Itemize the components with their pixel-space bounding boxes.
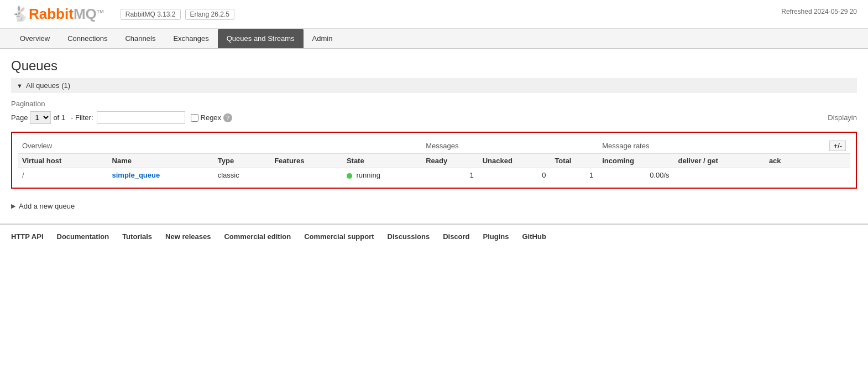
erlang-version-badge: Erlang 26.2.5	[185, 9, 234, 20]
cell-type: classic	[213, 168, 270, 183]
of-label: of 1	[53, 113, 65, 122]
col-deliver-get: deliver / get	[674, 154, 765, 168]
footer: HTTP APIDocumentationTutorialsNew releas…	[0, 224, 868, 248]
message-rates-group-header: Message rates	[598, 138, 803, 154]
page-title: Queues	[11, 58, 857, 74]
logo-rabbit: 🐇RabbitMQTM	[11, 6, 104, 23]
col-ack: ack	[765, 154, 803, 168]
status-dot	[347, 173, 352, 179]
footer-link-github[interactable]: GitHub	[522, 232, 546, 241]
footer-link-discussions[interactable]: Discussions	[388, 232, 430, 241]
add-queue-label: Add a new queue	[19, 202, 75, 210]
nav-item-channels[interactable]: Channels	[116, 29, 164, 48]
nav-item-admin[interactable]: Admin	[304, 29, 342, 48]
overview-group-header: Overview	[18, 138, 421, 154]
page-label: Page	[11, 113, 28, 122]
plus-minus-button[interactable]: +/-	[829, 141, 846, 151]
col-ready: Ready	[421, 154, 478, 168]
filter-row: Page 1 of 1 - Filter: Regex ? Displayin	[11, 111, 857, 124]
col-total: Total	[550, 154, 598, 168]
nav-item-overview[interactable]: Overview	[11, 29, 59, 48]
cell-ack	[765, 168, 803, 183]
refresh-info: Refreshed 2024-05-29 20	[781, 8, 857, 15]
regex-label: Regex	[201, 113, 222, 122]
cell-incoming: 0.00/s	[598, 168, 673, 183]
cell-virtual-host: /	[18, 168, 108, 183]
displaying-text: Displayin	[828, 113, 857, 122]
section-collapse-arrow: ▼	[17, 82, 23, 89]
cell-extra	[803, 168, 850, 183]
queues-table: Overview Messages Message rates +/- Virt…	[18, 138, 850, 182]
col-features: Features	[270, 154, 342, 168]
col-unacked: Unacked	[478, 154, 551, 168]
col-extra	[803, 154, 850, 168]
version-badges: RabbitMQ 3.13.2 Erlang 26.2.5	[121, 9, 234, 20]
add-queue-section[interactable]: ▶ Add a new queue	[11, 198, 857, 215]
pagination-area: Pagination Page 1 of 1 - Filter: Regex ?…	[11, 100, 857, 124]
section-label: All queues (1)	[26, 81, 70, 90]
cell-state: running	[342, 168, 421, 183]
nav-item-exchanges[interactable]: Exchanges	[164, 29, 217, 48]
footer-link-commercial-edition[interactable]: Commercial edition	[224, 232, 291, 241]
regex-checkbox[interactable]	[191, 114, 198, 122]
cell-deliver-get	[674, 168, 765, 183]
col-name: Name	[108, 154, 213, 168]
plus-minus-header[interactable]: +/-	[803, 138, 850, 154]
cell-name[interactable]: simple_queue	[108, 168, 213, 183]
col-virtual-host: Virtual host	[18, 154, 108, 168]
cell-ready: 1	[421, 168, 478, 183]
main-content: Queues ▼ All queues (1) Pagination Page …	[0, 49, 868, 224]
header: 🐇RabbitMQTM RabbitMQ 3.13.2 Erlang 26.2.…	[0, 0, 868, 29]
col-type: Type	[213, 154, 270, 168]
footer-link-plugins[interactable]: Plugins	[483, 232, 509, 241]
col-state: State	[342, 154, 421, 168]
cell-unacked: 0	[478, 168, 551, 183]
footer-link-discord[interactable]: Discord	[443, 232, 469, 241]
nav-item-connections[interactable]: Connections	[59, 29, 116, 48]
footer-link-commercial-support[interactable]: Commercial support	[304, 232, 374, 241]
cell-features	[270, 168, 342, 183]
nav-item-queues[interactable]: Queues and Streams	[218, 29, 304, 48]
rabbitmq-version-badge: RabbitMQ 3.13.2	[121, 9, 181, 20]
footer-link-tutorials[interactable]: Tutorials	[122, 232, 152, 241]
footer-link-documentation[interactable]: Documentation	[57, 232, 109, 241]
status-text: running	[357, 171, 380, 179]
messages-group-header: Messages	[421, 138, 598, 154]
main-nav: Overview Connections Channels Exchanges …	[0, 29, 868, 49]
filter-label: - Filter:	[71, 113, 93, 122]
logo: 🐇RabbitMQTM	[11, 6, 104, 23]
add-queue-arrow: ▶	[11, 203, 15, 210]
queues-table-container: Overview Messages Message rates +/- Virt…	[11, 132, 857, 189]
table-row: / simple_queue classic running 1 0 1 0.0…	[18, 168, 850, 183]
footer-link-http-api[interactable]: HTTP API	[11, 232, 44, 241]
page-select[interactable]: 1	[30, 111, 51, 124]
col-incoming: incoming	[598, 154, 673, 168]
regex-help-icon[interactable]: ?	[223, 113, 232, 122]
all-queues-section-header[interactable]: ▼ All queues (1)	[11, 78, 857, 93]
footer-link-new-releases[interactable]: New releases	[165, 232, 211, 241]
filter-input[interactable]	[97, 111, 185, 124]
pagination-label: Pagination	[11, 100, 857, 108]
cell-total: 1	[550, 168, 598, 183]
